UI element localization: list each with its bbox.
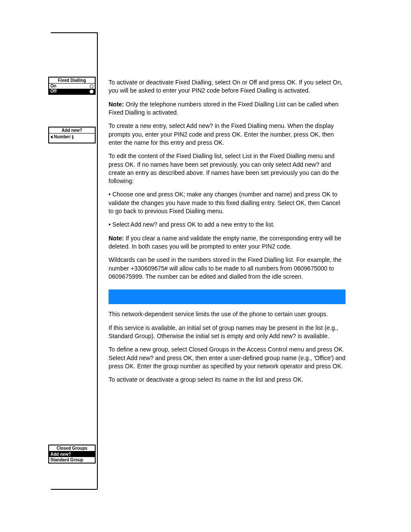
para-closed-4: To activate or deactivate a group select… bbox=[109, 376, 346, 384]
option-on-label: On bbox=[50, 84, 56, 89]
bullet-add-entry: • Select Add new? and press OK to add a … bbox=[109, 221, 346, 229]
cursor-arrow-icon bbox=[50, 135, 53, 139]
note-label: Note: bbox=[109, 235, 126, 242]
radio-on-icon bbox=[90, 90, 93, 93]
para-wildcards: Wildcards can be used in the numbers sto… bbox=[109, 256, 346, 281]
body-text-column: To activate or deactivate Fixed Dialling… bbox=[109, 39, 346, 389]
section-vertical-rule bbox=[97, 32, 98, 489]
para-closed-1: This network-dependent service limits th… bbox=[109, 310, 346, 318]
screen-add-new: Add new? Number: bbox=[48, 127, 96, 143]
radio-off-icon bbox=[90, 84, 93, 88]
para-closed-2: If this service is available, an initial… bbox=[109, 324, 346, 341]
section-bottom-notch bbox=[51, 489, 97, 490]
screen-title: Add new? bbox=[49, 128, 95, 134]
para-edit-list: To edit the content of the Fixed Diallin… bbox=[109, 152, 346, 185]
section-top-notch bbox=[51, 32, 97, 33]
menu-item-add-new[interactable]: Add new? bbox=[49, 451, 95, 457]
para-add-new: To create a new entry, select Add new? i… bbox=[109, 122, 346, 147]
note-body: Only the telephone numbers stored in the… bbox=[109, 101, 339, 116]
menu-item-standard-group[interactable]: Standard Group bbox=[49, 457, 95, 463]
option-off-label: Off bbox=[50, 89, 56, 94]
number-entry-field[interactable]: Number: bbox=[49, 134, 95, 143]
screen-title: Fixed Dialling bbox=[49, 78, 95, 84]
note-label: Note: bbox=[109, 101, 126, 108]
note-delete-entry: Note: If you clear a name and validate t… bbox=[109, 234, 346, 251]
number-label: Number: bbox=[54, 134, 72, 139]
heading-closed-user-group: Closed User Group options bbox=[109, 289, 346, 304]
note-body: If you clear a name and validate the emp… bbox=[109, 235, 341, 250]
note-eligible-numbers: Note: Only the telephone numbers stored … bbox=[109, 100, 346, 117]
option-off[interactable]: Off bbox=[49, 89, 95, 94]
text-cursor-icon bbox=[72, 135, 73, 139]
screen-fixed-dialling: Fixed Dialling On Off bbox=[48, 77, 96, 95]
bullet-edit-entry: • Choose one and press OK; make any chan… bbox=[109, 190, 346, 215]
para-closed-3: To define a new group, select Closed Gro… bbox=[109, 345, 346, 370]
option-on[interactable]: On bbox=[49, 84, 95, 89]
screen-title: Closed Groups bbox=[49, 445, 95, 451]
screen-closed-groups: Closed Groups Add new? Standard Group bbox=[48, 445, 96, 464]
para-activate-deactivate: To activate or deactivate Fixed Dialling… bbox=[109, 78, 346, 95]
menu-item-label: Add new? bbox=[50, 451, 71, 457]
menu-item-label: Standard Group bbox=[50, 457, 83, 463]
